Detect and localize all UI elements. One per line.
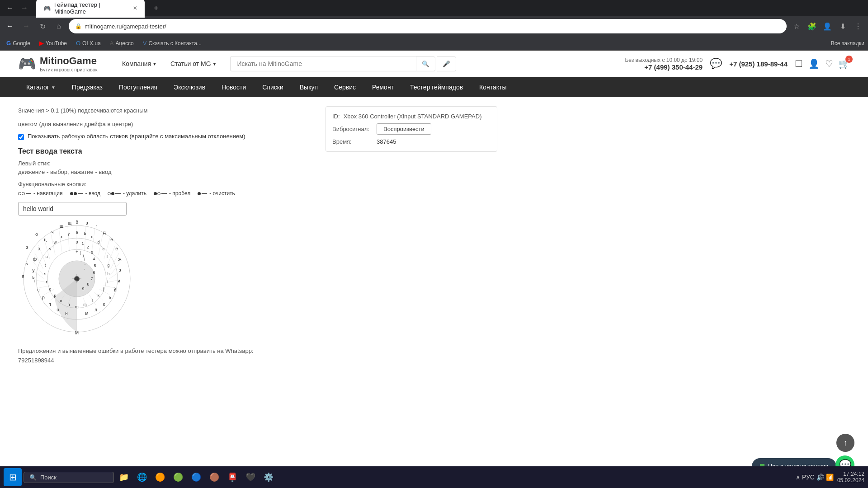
nav-arrivals[interactable]: Поступления	[111, 77, 165, 97]
svg-text:ц: ц	[44, 237, 47, 242]
address-bar[interactable]: 🔒 mitinogame.ru/gamepad-tester/	[69, 19, 787, 33]
svg-text:э: э	[26, 245, 28, 250]
svg-text:з: з	[119, 268, 122, 273]
svg-text:7: 7	[90, 277, 93, 281]
search-area: 🔍 🎤	[230, 56, 456, 71]
bookmark-olx[interactable]: O OLX.ua	[73, 39, 104, 47]
svg-text:e: e	[102, 247, 104, 251]
mic-button[interactable]: 🎤	[437, 56, 456, 71]
svg-text:х: х	[38, 246, 41, 251]
nav-news[interactable]: Новости	[213, 77, 254, 97]
stick-info-1: Левый стик:	[18, 160, 298, 167]
svg-text:г: г	[95, 224, 97, 229]
space-dots-icon	[154, 192, 167, 195]
svg-text:6: 6	[93, 270, 95, 275]
svg-text:h: h	[107, 272, 109, 276]
svg-text:k: k	[98, 293, 100, 298]
logo-text: MitinoGame	[40, 55, 98, 67]
time-value: 387645	[377, 138, 396, 145]
checkbox-row: Показывать рабочую область стиков (враща…	[18, 133, 298, 140]
svg-text:2: 2	[86, 245, 89, 249]
home-button[interactable]: ⌂	[52, 20, 65, 33]
show-area-checkbox[interactable]	[18, 134, 24, 140]
company-menu[interactable]: Компания ▼	[122, 60, 157, 67]
bookmark-vk[interactable]: V Скачать с Контакта...	[140, 39, 204, 47]
acesso-icon: A	[110, 40, 114, 47]
delete-dots-icon	[108, 192, 121, 195]
nav-preorder[interactable]: Предзаказ	[64, 77, 111, 97]
svg-text:1: 1	[81, 241, 84, 246]
search-button[interactable]: 🔍	[416, 56, 435, 71]
id-value: Xbox 360 Controller (Xinput STANDARD GAM…	[344, 113, 482, 120]
olx-icon: O	[76, 40, 80, 47]
id-row: ID: Xbox 360 Controller (Xinput STANDARD…	[332, 113, 491, 120]
back-button[interactable]: ←	[4, 20, 16, 33]
svg-text:М: М	[75, 330, 79, 335]
nav-contacts[interactable]: Контакты	[471, 77, 514, 97]
tab-close-btn[interactable]: ✕	[133, 5, 137, 11]
checkbox-label: Показывать рабочую область стиков (враща…	[28, 133, 245, 140]
nav-service[interactable]: Сервис	[326, 77, 364, 97]
settings-btn[interactable]: ⋮	[852, 20, 864, 33]
profile-btn[interactable]: 👤	[821, 20, 834, 33]
text-input[interactable]	[18, 202, 127, 216]
time-row: Время: 387645	[332, 138, 491, 145]
nav-catalog[interactable]: Каталог ▼	[18, 77, 64, 97]
favorites-btn[interactable]: ♡	[825, 58, 833, 69]
articles-menu[interactable]: Статьи от MG ▼	[170, 60, 217, 67]
download-btn[interactable]: ⬇	[836, 20, 849, 33]
header-icons: ☐ 👤 ♡ 🛒 1	[795, 58, 850, 69]
profile-icon-btn[interactable]: 👤	[808, 58, 820, 69]
svg-text:м: м	[85, 311, 89, 316]
svg-text:а: а	[75, 230, 78, 235]
tab-bar: ← → 🎮 Геймпад тестер | MitinoGame ✕ +	[0, 0, 868, 16]
bookmark-google[interactable]: G Google	[4, 39, 33, 47]
nav-repair[interactable]: Ремонт	[364, 77, 402, 97]
bookmark-acesso[interactable]: A Ацессо	[107, 39, 137, 47]
search-input[interactable]	[230, 56, 416, 71]
forward-btn[interactable]: →	[18, 2, 31, 14]
all-bookmarks-btn[interactable]: Все закладки	[831, 40, 864, 47]
vibro-label: Вибросигнал:	[332, 126, 373, 132]
svg-text:й: й	[114, 287, 117, 292]
svg-text:ё: ё	[115, 246, 118, 251]
nav-buyout[interactable]: Выкуп	[292, 77, 326, 97]
content-left: Значения > 0.1 (10%) подсвечиваются крас…	[0, 97, 316, 375]
nav-lists[interactable]: Списки	[254, 77, 291, 97]
svg-text:s: s	[44, 272, 47, 276]
vibro-btn[interactable]: Воспроизвести	[377, 123, 431, 135]
svg-text:b: b	[84, 231, 86, 236]
whatsapp-icon[interactable]: 💬	[710, 58, 722, 70]
forward-button[interactable]: →	[20, 20, 33, 33]
site-header: 🎮 MitinoGame Бутик игровых приставок Ком…	[0, 51, 868, 77]
bookmark-youtube[interactable]: ▶ YouTube	[37, 39, 70, 47]
phone1: +7 (499) 350-44-29	[625, 63, 703, 71]
nav-menu: Каталог ▼ Предзаказ Поступления Эксклюзи…	[0, 77, 868, 97]
back-btn[interactable]: ←	[4, 2, 16, 14]
svg-text:,: ,	[84, 266, 85, 270]
svg-text:ю: ю	[34, 232, 38, 237]
cart-badge: 1	[845, 56, 853, 63]
svg-text:3: 3	[90, 250, 93, 255]
nav-exclusive[interactable]: Эксклюзив	[165, 77, 213, 97]
bottom-info-line2: 79251898944	[18, 356, 298, 366]
extensions-btn[interactable]: 🧩	[806, 20, 818, 33]
nav-gamepad-tester[interactable]: Тестер геймпадов	[402, 77, 471, 97]
svg-line-14	[107, 280, 118, 282]
svg-text:9: 9	[82, 286, 84, 291]
wishlist-toggle-btn[interactable]: ☐	[795, 58, 803, 69]
func-clear-label: - очистить	[209, 190, 235, 197]
bookmark-google-label: Google	[13, 40, 30, 47]
phone-info: Без выходных с 10:00 до 19:00 +7 (499) 3…	[625, 57, 703, 71]
svg-text:t: t	[45, 263, 46, 267]
google-icon: G	[6, 40, 11, 47]
reload-button[interactable]: ↻	[36, 20, 49, 33]
time-label: Время:	[332, 138, 373, 145]
svg-line-6	[85, 226, 86, 250]
active-tab[interactable]: 🎮 Геймпад тестер | MitinoGame ✕	[36, 0, 145, 18]
new-tab-btn[interactable]: +	[146, 1, 166, 16]
svg-text:4: 4	[93, 257, 95, 261]
bookmark-star-btn[interactable]: ☆	[790, 20, 803, 33]
svg-text:ы: ы	[32, 275, 35, 280]
cart-btn[interactable]: 🛒 1	[839, 58, 850, 69]
